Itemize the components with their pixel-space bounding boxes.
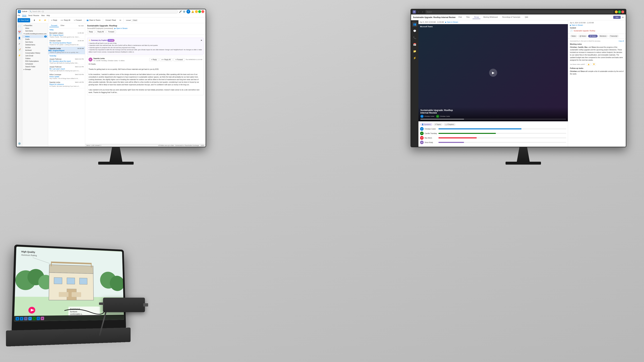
user-avatar[interactable]: C (186, 10, 190, 13)
maximize-button[interactable] (198, 10, 201, 13)
nav-calendar-icon[interactable]: 📅 (17, 30, 22, 34)
nav-apps-icon[interactable]: ⚡ (17, 53, 22, 58)
folder-drafts[interactable]: Drafts (22, 38, 48, 41)
teams-maximize-button[interactable] (618, 10, 621, 13)
tab-chat[interactable]: Chat (457, 15, 463, 19)
notes-tab-mentions[interactable]: Mentions (598, 35, 608, 37)
taskbar-excel-icon[interactable]: X (32, 317, 36, 320)
nav-tasks-icon[interactable]: ✓ (17, 41, 22, 46)
sidebar-icon-files[interactable]: 📁 (412, 48, 417, 54)
tab-recap[interactable]: Recap (472, 15, 480, 19)
minimize-button[interactable] (195, 10, 198, 13)
reply-button[interactable]: ↩ Reply (50, 18, 59, 22)
groups-header[interactable]: ▸ Groups (22, 68, 48, 71)
mic-icon[interactable]: 🎤 (179, 10, 182, 13)
taskbar-outlook-icon[interactable]: O (36, 317, 40, 320)
tab-files[interactable]: Files (465, 15, 471, 19)
quick-reply-all-button[interactable]: ↩↩ Reply All (160, 58, 172, 61)
open-stream-link-2[interactable]: ▶ Open in Stream (570, 24, 583, 26)
more-options-button[interactable]: ••• (118, 18, 123, 22)
taskbar-windows-icon[interactable]: ⊞ (16, 317, 19, 321)
folder-deleted-items[interactable]: Deleted Items (22, 43, 48, 46)
reply-all-button[interactable]: ↩↩ Reply All (59, 18, 72, 22)
menu-file[interactable]: File (18, 15, 20, 16)
menu-help[interactable]: Help (46, 15, 50, 16)
forward-action-button[interactable]: Forward (106, 30, 116, 33)
open-stream-link[interactable]: ▶ Open in Stream (114, 27, 128, 29)
share-to-teams-button[interactable]: 👥 Share to Teams (85, 18, 102, 22)
forward-button[interactable]: ↪ Forward (72, 18, 83, 22)
sidebar-icon-teams[interactable]: 👥 (412, 21, 417, 27)
menu-send-receive[interactable]: Send / Receive (28, 15, 39, 16)
move-button[interactable]: 📂 (43, 18, 48, 22)
read-option[interactable]: Read (132, 19, 138, 21)
sidebar-icon-apps[interactable]: ⚡ (412, 55, 417, 60)
thumbs-up-button[interactable]: 👍 (586, 63, 590, 66)
folder-archive[interactable]: Archive (22, 46, 48, 49)
menu-view[interactable]: View (41, 15, 45, 16)
taskbar-whiteboard-icon[interactable]: W (41, 317, 44, 320)
taskbar-teams-icon[interactable]: T (24, 317, 28, 320)
thumbs-down-button[interactable]: 👎 (592, 63, 596, 66)
message-item-joseph-2[interactable]: Joseph Pathrose Wed 3:21 PM RE: Last yea… (48, 65, 85, 73)
open-in-stream-link[interactable]: ▶ Open in Stream (445, 21, 458, 23)
sort-by-date[interactable]: By Date (78, 25, 84, 26)
reply-action-button[interactable]: Reply (87, 30, 95, 33)
message-item-joseph-1[interactable]: Joseph Pathrose Wed 4:01 PM RE: Question… (48, 57, 85, 65)
quick-reply-button[interactable]: ↩ Reply (149, 58, 158, 61)
folder-search[interactable]: Search Folder (22, 65, 48, 68)
unread-option[interactable]: Unread (124, 19, 132, 21)
sidebar-icon-calls[interactable]: 📞 (412, 35, 417, 40)
new-email-button[interactable]: ✉ New Email (18, 18, 30, 22)
taskbar-edge-icon[interactable]: E (20, 317, 23, 321)
folder-outbox[interactable]: Outbox (22, 57, 48, 60)
close-copilot-button[interactable]: ✕ (200, 39, 202, 41)
tab-qa[interactable]: Q&A (523, 15, 530, 19)
folder-sent-favorite[interactable]: Sent Items (22, 29, 48, 32)
teams-minimize-button[interactable] (615, 10, 618, 13)
delete-button[interactable]: 🗑 (32, 18, 37, 22)
tablet-keyboard[interactable] (6, 328, 131, 347)
notes-tab-at-notes[interactable]: @ Notes (578, 35, 588, 37)
taskbar-powerpoint-icon[interactable]: P (28, 317, 32, 320)
message-item-bernadette[interactable]: Bernadette Leblanc 11:05 AM RE: Original… (48, 31, 85, 39)
sidebar-icon-calendar[interactable]: 📅 (412, 42, 417, 47)
unread-read-button[interactable]: Unread / Read (104, 18, 117, 22)
tab-other[interactable]: Other (59, 24, 66, 27)
folder-rss[interactable]: RSS Subscriptions (22, 60, 48, 63)
nav-notes-icon[interactable]: 📝 (17, 47, 22, 52)
speakers-tab[interactable]: 👤 Speakers (420, 123, 432, 126)
tab-focused[interactable]: Focused (50, 24, 59, 27)
notification-icon[interactable]: 🔔 (191, 10, 194, 13)
nav-settings-icon[interactable]: ⚙️ (17, 141, 22, 146)
folder-conversation-history[interactable]: Conversation History (22, 52, 48, 54)
chapters-tab[interactable]: 📖 Chapters (444, 123, 456, 126)
join-meeting-button[interactable]: Join (613, 16, 621, 19)
message-item-saamita-2[interactable]: Saamita Lenka Wed 1:40 PM Report for ref… (48, 80, 85, 88)
close-button[interactable] (202, 10, 204, 13)
folder-inbox[interactable]: Inbox 2 (22, 35, 48, 38)
notes-tab-notes[interactable]: Notes (570, 35, 577, 37)
nav-back-button[interactable]: ‹ (417, 10, 420, 13)
notes-tab-ai-notes[interactable]: AI Notes (588, 35, 598, 37)
teams-close-button[interactable] (621, 10, 624, 13)
video-progress-track[interactable] (420, 119, 566, 119)
message-item-saamita-selected[interactable]: Saamita Lenka 10:18 AM RE: Original Repo… (48, 47, 85, 54)
message-item-arthur[interactable]: Arthur Levesque Wed 3:03 PM Action updat… (48, 73, 85, 80)
archive-button[interactable]: 📁 (37, 18, 42, 22)
meeting-close-button[interactable]: ✕ (622, 16, 624, 19)
reply-all-action-button[interactable]: Reply All (96, 30, 106, 33)
topics-tab[interactable]: # Topics (434, 123, 442, 126)
folder-junk-email[interactable]: Junk Email (22, 54, 48, 57)
folder-sent-items[interactable]: Sent Items (22, 41, 48, 43)
copy-all-button[interactable]: Copy all (618, 40, 624, 42)
quick-forward-button[interactable]: ↪ Forward (174, 58, 184, 61)
nav-contacts-icon[interactable]: 👤 (17, 36, 22, 40)
tab-recordings-transcripts[interactable]: Recordings & Transcripts (501, 15, 522, 19)
tab-meeting-whiteboard[interactable]: Meeting Whiteboard (482, 15, 500, 19)
sidebar-icon-chat[interactable]: 💬 (412, 28, 417, 33)
video-play-button[interactable]: ▶ (489, 69, 497, 77)
folder-inbox-favorite[interactable]: Inbox (22, 27, 48, 29)
message-item-christian[interactable]: Christian Cartier 10:45 AM RE: Incoming … (48, 39, 85, 47)
settings-icon[interactable]: ⚙️ (183, 10, 186, 13)
